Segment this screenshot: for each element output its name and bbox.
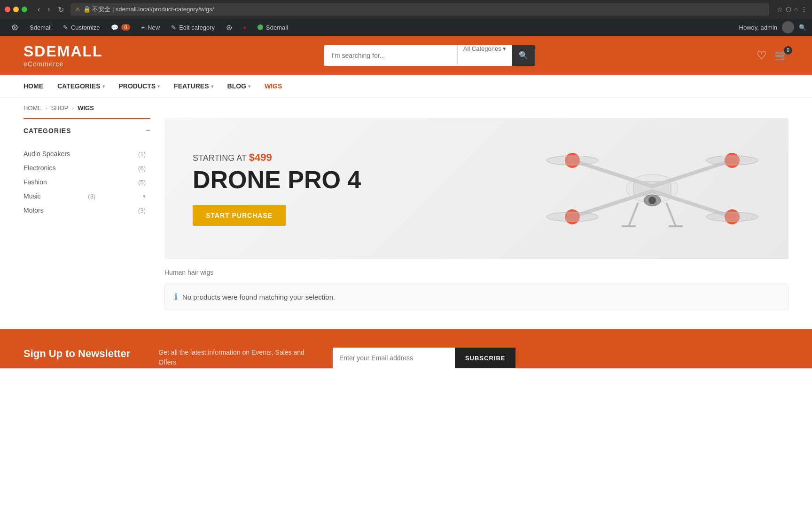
breadcrumb-shop[interactable]: SHOP [51,104,69,111]
nav-wigs-label: WIGS [265,82,282,90]
nav-item-blog[interactable]: BLOG ▾ [227,75,250,97]
sidebar-item-motors[interactable]: Motors (3) [23,203,150,217]
logo-title: SDEMALL [23,43,103,60]
maximize-button[interactable] [22,7,27,12]
sidebar-item-fashion[interactable]: Fashion (5) [23,175,150,189]
wp-online-label: Sdemall [266,24,288,31]
sidebar: CATEGORIES − Audio Speakers (1) Electron… [23,118,150,310]
browser-chrome: ‹ › ↻ ⚠ 🔒 不安全 | sdemall.local/product-ca… [0,0,812,19]
hero-purchase-button[interactable]: START PURCHASE [193,205,286,226]
sidebar-category-count: (3) [138,207,146,214]
nav-item-features[interactable]: FEATURES ▾ [174,75,213,97]
minimize-button[interactable] [13,7,19,12]
site-footer: Sign Up to Newsletter Get all the latest… [0,329,812,368]
nav-features-chevron: ▾ [211,84,213,89]
nav-item-products[interactable]: PRODUCTS ▾ [119,75,160,97]
nav-products-chevron: ▾ [157,84,160,89]
wp-logo-item[interactable]: ⊛ [6,19,24,36]
comments-badge: 0 [121,24,130,31]
breadcrumb-home[interactable]: HOME [23,104,42,111]
wp-customize-item[interactable]: ✎ Customize [57,19,105,36]
sidebar-category-name: Audio Speakers [23,150,70,158]
search-button[interactable]: 🔍 [512,45,535,66]
status-dot: ● [243,25,246,30]
svg-point-3 [648,197,656,204]
sidebar-item-music[interactable]: Music (3) ▾ [23,189,150,203]
nav-categories-chevron: ▾ [102,84,105,89]
search-icon[interactable]: 🔍 [799,24,806,31]
wishlist-button[interactable]: ♡ [757,49,767,62]
wp-customize-label: Customize [71,24,100,31]
sidebar-category-name: Motors [23,206,44,214]
wp-new-item[interactable]: + New [136,19,166,36]
profile-icon[interactable]: ○ [794,6,798,13]
bookmark-icon[interactable]: ☆ [777,6,783,13]
search-category-label: All Categories [463,45,501,52]
svg-line-17 [666,203,676,226]
no-products-text: No products were found matching your sel… [182,293,335,301]
sidebar-item-electronics[interactable]: Electronics (6) [23,161,150,175]
footer-content: Sign Up to Newsletter Get all the latest… [23,348,789,368]
nav-features-label: FEATURES [174,82,209,90]
wp-online-item[interactable]: Sdemall [252,19,294,36]
sidebar-category-count: (1) [138,151,146,158]
extensions-icon[interactable]: ⬡ [786,6,791,13]
svg-point-15 [706,212,758,222]
main-navigation: HOME CATEGORIES ▾ PRODUCTS ▾ FEATURES ▾ … [0,75,812,98]
no-products-message: ℹ No products were found matching your s… [164,284,789,310]
wp-new-label: New [148,24,160,31]
wp-icon-item[interactable]: ⊛ [220,19,238,36]
breadcrumb-current: WIGS [78,104,94,111]
wp-edit-category-item[interactable]: ✎ Edit category [165,19,220,36]
cart-badge: 0 [784,46,792,55]
nav-products-label: PRODUCTS [119,82,156,90]
nav-blog-chevron: ▾ [248,84,250,89]
sidebar-collapse-button[interactable]: − [145,126,150,135]
wp-comments-item[interactable]: 💬 0 [105,19,135,36]
cart-button[interactable]: 🛒 0 [774,49,789,62]
forward-button[interactable]: › [45,4,53,15]
footer-description: Get all the latest information on Events… [158,348,304,367]
back-button[interactable]: ‹ [35,4,43,15]
wp-sdemall-item[interactable]: Sdemall [24,19,57,36]
reload-button[interactable]: ↻ [55,4,67,15]
breadcrumb: HOME › SHOP › WIGS [0,98,812,118]
close-button[interactable] [5,7,10,12]
menu-icon[interactable]: ⋮ [801,6,807,13]
hero-content: STARTING AT $499 DRONE PRO 4 START PURCH… [193,151,361,226]
svg-line-16 [629,203,638,226]
hero-starting-text: STARTING AT $499 [193,151,361,164]
browser-toolbar-icons: ☆ ⬡ ○ ⋮ [777,6,807,13]
sidebar-category-name: Electronics [23,164,55,172]
wp-admin-bar-right: Howdy, admin 🔍 [739,21,806,33]
search-icon: 🔍 [519,51,528,60]
svg-point-13 [706,156,758,165]
url-text: 🔒 不安全 | sdemall.local/product-category/w… [83,5,214,14]
address-bar[interactable]: ⚠ 🔒 不安全 | sdemall.local/product-category… [70,3,769,16]
search-category-dropdown[interactable]: All Categories ▾ [457,45,512,66]
hero-title: DRONE PRO 4 [193,167,361,192]
plus-icon: + [141,24,145,31]
hero-banner: STARTING AT $499 DRONE PRO 4 START PURCH… [164,118,789,259]
sidebar-item-audio-speakers[interactable]: Audio Speakers (1) [23,147,150,161]
footer-signup-section: Sign Up to Newsletter [23,348,130,360]
site-header: SDEMALL eCommerce All Categories ▾ 🔍 ♡ 🛒… [0,36,812,75]
nav-blog-label: BLOG [227,82,246,90]
sidebar-categories-title: CATEGORIES [23,127,71,135]
sidebar-category-count: (6) [138,165,146,172]
site-logo[interactable]: SDEMALL eCommerce [23,43,103,68]
footer-email-input[interactable] [333,348,455,368]
nav-item-wigs[interactable]: WIGS [265,75,282,97]
security-icon: ⚠ [75,6,80,13]
nav-categories-label: CATEGORIES [57,82,101,90]
admin-avatar[interactable] [782,21,794,33]
nav-item-categories[interactable]: CATEGORIES ▾ [57,75,105,97]
breadcrumb-sep-1: › [46,105,47,111]
nav-item-home[interactable]: HOME [23,75,43,97]
subscribe-button[interactable]: SUBSCRIBE [455,348,516,368]
footer-signup-title: Sign Up to Newsletter [23,348,130,360]
search-input[interactable] [324,45,457,66]
nav-home-label: HOME [23,82,43,90]
footer-desc-text: Get all the latest information on Events… [158,348,304,367]
svg-point-14 [547,212,598,222]
